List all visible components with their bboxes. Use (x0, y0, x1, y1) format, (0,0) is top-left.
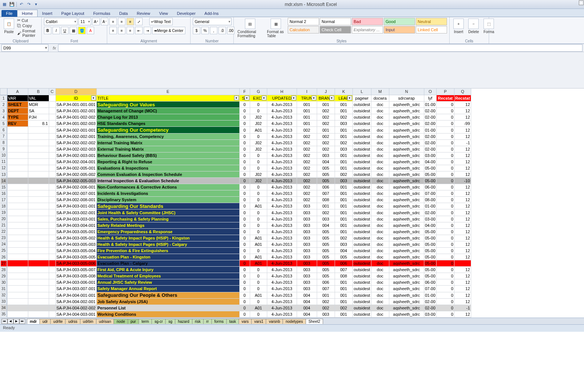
cell[interactable]: 12 (454, 165, 471, 171)
cell[interactable]: 0 (250, 184, 267, 190)
cell-title[interactable]: Fire Prevention & Fire Extinguishers (96, 247, 239, 254)
cell[interactable] (28, 273, 49, 279)
cell[interactable]: 003 (335, 241, 352, 247)
cell-title[interactable]: Health & Safety Impact Pages (HSIP) - Ki… (96, 235, 239, 241)
cell[interactable]: 003 (297, 222, 317, 228)
cell[interactable]: 4-Jun-2013 (267, 158, 297, 165)
col-header-F[interactable]: F (239, 89, 250, 95)
cell-title[interactable]: Behaviour Based Safety (BBS) (96, 152, 239, 158)
cell[interactable] (49, 171, 55, 178)
col-header-A[interactable]: A (7, 89, 28, 95)
cell[interactable]: -10 (454, 178, 471, 184)
cell[interactable]: 0 (239, 241, 250, 247)
cell[interactable]: 003 (297, 260, 317, 267)
cell[interactable]: doc (371, 298, 389, 305)
cell[interactable]: 002 (297, 158, 317, 165)
cell[interactable] (7, 222, 28, 228)
row-header[interactable]: 35 (0, 311, 7, 317)
cell-title[interactable]: Evaluations & Inspections (96, 165, 239, 171)
cell[interactable]: 002 (297, 184, 317, 190)
cell[interactable]: 05-00 (424, 247, 436, 254)
row-header[interactable]: 25 (0, 247, 7, 254)
cell[interactable]: 04-00 (424, 158, 436, 165)
paste-button[interactable]: 📋Paste (2, 18, 16, 35)
cell-title[interactable]: Change Log for 2013 (96, 114, 239, 121)
cell[interactable] (7, 254, 28, 260)
cell[interactable] (49, 286, 55, 292)
sheet-tab-node[interactable]: node (114, 319, 128, 324)
cell[interactable]: 0 (239, 305, 250, 311)
decrease-indent-icon[interactable]: ⇤ (135, 27, 143, 34)
cell[interactable] (28, 190, 49, 197)
cell[interactable]: 002 (317, 305, 335, 311)
cell[interactable]: -99 (454, 121, 471, 127)
ribbon-tab-page-layout[interactable]: Page Layout (57, 10, 89, 17)
cell[interactable] (28, 127, 49, 133)
increase-font-icon[interactable]: A⁺ (92, 18, 100, 25)
cell[interactable]: 003 (297, 247, 317, 254)
cell[interactable]: 0 (250, 222, 267, 228)
cell[interactable]: 002 (317, 298, 335, 305)
cell[interactable]: 0 (239, 197, 250, 203)
font-color-button[interactable]: A (87, 27, 94, 34)
cell[interactable] (49, 292, 55, 298)
first-sheet-icon[interactable]: ⏮ (1, 319, 7, 324)
cell[interactable]: outsidest (352, 102, 371, 108)
format-cells-button[interactable]: ⬚Forma (482, 18, 496, 35)
cell[interactable]: 001 (335, 158, 352, 165)
cell[interactable]: 004 (297, 311, 317, 317)
cell[interactable]: 12 (454, 158, 471, 165)
cell[interactable]: 003 (297, 216, 317, 222)
cell[interactable]: aqsheeth_sdrc (389, 178, 424, 184)
cell[interactable]: aqsheeth_sdrc (389, 102, 424, 108)
cell[interactable]: 12 (454, 190, 471, 197)
cell[interactable]: 007 (335, 267, 352, 273)
cell[interactable]: 006 (335, 260, 352, 267)
style-cell[interactable]: Normal (320, 18, 351, 25)
cell[interactable]: 4-Jun-2013 (267, 305, 297, 311)
cell-id[interactable]: SA-PJH-004-002-001 (55, 298, 96, 305)
cell[interactable]: 03-00 (424, 152, 436, 158)
formula-input[interactable] (58, 44, 583, 52)
filter-header-excl[interactable]: EXCL▾ (250, 95, 267, 102)
format-as-table-button[interactable]: ▦Format as Table (265, 18, 286, 39)
cell[interactable]: outsidest (352, 165, 371, 171)
row-header[interactable]: 9 (0, 146, 7, 152)
cell[interactable]: doc (371, 121, 389, 127)
col-header-H[interactable]: H (267, 89, 297, 95)
cell[interactable]: outsidest (352, 146, 371, 152)
cell[interactable] (49, 146, 55, 152)
cell[interactable]: A01 (250, 235, 267, 241)
cell[interactable]: doc (371, 209, 389, 216)
format-painter-button[interactable]: 🖌 Format Painter (17, 29, 39, 38)
row-header[interactable]: 3 (0, 108, 7, 114)
cell[interactable]: 001 (335, 197, 352, 203)
cell[interactable]: doc (371, 184, 389, 190)
cell[interactable] (49, 108, 55, 114)
cell[interactable]: doc (371, 190, 389, 197)
cell-title[interactable]: Safeguarding Our Standards (96, 203, 239, 209)
cell[interactable]: A01 (250, 254, 267, 260)
cell[interactable]: 005 (317, 228, 335, 235)
style-cell[interactable]: Input (384, 26, 415, 33)
cell[interactable]: 0 (250, 216, 267, 222)
cell[interactable]: 4-Jun-2013 (267, 292, 297, 298)
cell[interactable]: 12 (454, 127, 471, 133)
cell[interactable]: 0 (436, 158, 454, 165)
cell[interactable]: 0 (239, 114, 250, 121)
cell[interactable]: J02 (250, 146, 267, 152)
cell[interactable]: doc (371, 165, 389, 171)
style-cell[interactable]: Explanatory ... (352, 26, 383, 33)
sheet-tab-sg[interactable]: sg (165, 319, 175, 324)
cell[interactable]: 12 (454, 228, 471, 235)
cell[interactable]: 0 (250, 165, 267, 171)
cell[interactable]: 002 (317, 139, 335, 146)
row-header[interactable]: 17 (0, 197, 7, 203)
cell[interactable]: outsidest (352, 311, 371, 317)
cell[interactable]: 005 (317, 254, 335, 260)
cell[interactable]: aqsheeth_sdrc (389, 139, 424, 146)
filter-dropdown-icon[interactable]: ▾ (291, 96, 296, 100)
bold-button[interactable]: B (44, 27, 51, 34)
cell-title[interactable]: Incidents & Investigations (96, 190, 239, 197)
cell-id[interactable]: SA-PJH-002-005-001 (55, 165, 96, 171)
